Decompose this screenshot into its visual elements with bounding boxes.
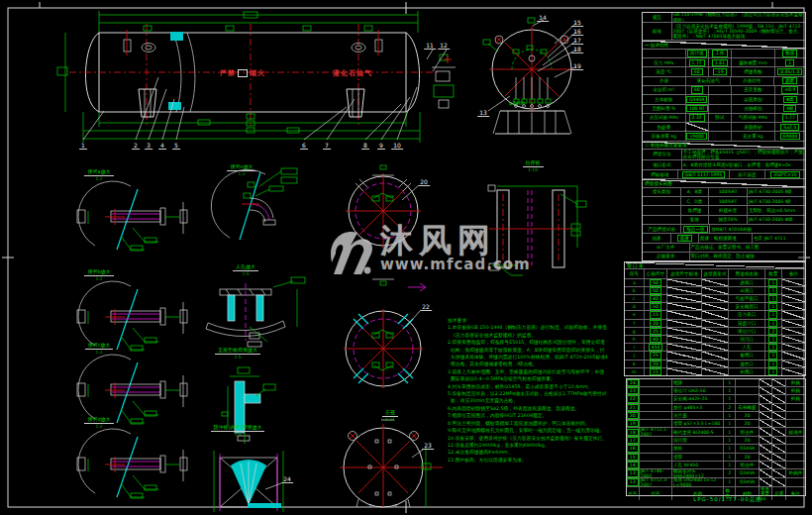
table-cell (639, 445, 671, 452)
table-cell (781, 287, 805, 294)
part-balloon: 6 (300, 142, 308, 150)
table-row: h40排污口1 (625, 335, 805, 343)
table-cell: 69000 (774, 132, 805, 140)
table-cell (701, 320, 729, 327)
drawing-number: LPG-50/1.77-00总图 (654, 496, 802, 503)
table-cell (781, 303, 805, 310)
table-cell: 规范 (643, 13, 671, 22)
table-cell (759, 462, 771, 468)
table-cell (759, 445, 771, 452)
table-row: 压力 MPa1.771.61腐蚀裕量 mm1 (643, 57, 805, 66)
table-row: e15压力表口1 (625, 310, 805, 318)
tank-end-fittings (427, 50, 456, 108)
table-cell: 工作 (708, 50, 731, 57)
table-cell: 1 (764, 320, 782, 327)
table-cell (781, 360, 805, 367)
table-cell: 进液口 (728, 279, 763, 286)
table-cell: 100%PT (708, 197, 747, 205)
table-cell: 1 (723, 412, 735, 419)
table-cell: 标准件 (785, 428, 805, 436)
table-row: 复验抽查20%JB/T 4730-2005 Ⅲ级 (643, 215, 805, 224)
table-row: c40气相平衡口1 (625, 294, 805, 302)
table-cell (785, 445, 805, 452)
table-cell: 管口封闭、鞍座固定、防止碰撞 (689, 253, 805, 260)
table-row: b50出液口1 (625, 286, 805, 294)
table-cell: 1 (774, 58, 805, 66)
table-cell: 2 (723, 469, 735, 477)
table-cell: 1 (764, 360, 782, 367)
table-cell (771, 454, 784, 461)
table-cell: 1 (764, 287, 782, 294)
table-cell: GB 150-1998《钢制压力容器》（固定式压力容器安全技术监察规程） (671, 13, 806, 22)
table-cell: 焊材标准 (643, 170, 677, 178)
table-cell (643, 197, 680, 205)
table-row: g25液位计口2 (625, 327, 805, 335)
technical-notes: 技术要求 1.本设备按GB 150-1998《钢制压力容器》进行制造、试验和验收… (448, 317, 636, 464)
table-cell: 压力 MPa (643, 58, 685, 66)
table-cell (771, 379, 784, 386)
table-cell (759, 428, 771, 436)
table-cell: -19 (708, 67, 731, 75)
table-cell: 1 (764, 352, 782, 359)
table-row: 水压试验 MPa2.22卧试气密试验 MPa1.77 (643, 113, 805, 122)
detail-e (211, 168, 297, 240)
table-cell (771, 428, 784, 436)
table-cell (643, 50, 685, 57)
part-balloon: 9 (377, 142, 385, 150)
part-balloon: 8 (361, 142, 369, 150)
table-cell: 连接尺寸标准 (666, 269, 700, 277)
table-cell (643, 216, 680, 224)
table-cell (666, 328, 700, 335)
table-cell: 烘干温度 (729, 170, 764, 178)
table-cell: 1 (723, 462, 735, 468)
table-cell (701, 295, 729, 302)
detail-manhole (206, 277, 305, 347)
table-cell (643, 206, 680, 214)
table-cell (639, 420, 671, 427)
table-row: C、D类100%PTJB/T 4730-2005 Ⅰ级 (643, 196, 805, 205)
table-cell: d (625, 303, 644, 310)
table-cell: JB/T 4730-2005 Ⅰ级 (747, 197, 805, 205)
part-balloon: 4 (158, 142, 166, 150)
table-cell (708, 95, 731, 103)
table-row: 22安全阀 A42F-251外购 (627, 394, 805, 402)
table-cell (639, 395, 671, 402)
table-cell: 液位计 UHZ-50 (671, 387, 723, 394)
table-cell (759, 379, 771, 386)
table-cell: 易燃 (773, 77, 805, 85)
table-cell: 筒体 DN2400 δ=12 L=9000 (671, 478, 723, 486)
table-cell: 1 (764, 279, 782, 286)
table-cell: 备用口 (728, 352, 763, 359)
table-cell: 气密试验 MPa (731, 114, 774, 122)
technical-characteristics-table: 规范GB 150-1998《钢制压力容器》（固定式压力容器安全技术监察规程）标准… (642, 12, 806, 261)
table-cell: 符号 (625, 269, 644, 277)
table-cell (666, 360, 700, 367)
table-cell: 安全阀 A42F-25 (671, 395, 723, 402)
table-cell: 接管 φ57×3.5 L=160 (671, 420, 723, 427)
part-balloon: 18 (571, 46, 583, 53)
table-cell (701, 303, 729, 310)
table-row: 23液位计 UHZ-501外购 (627, 386, 805, 394)
table-cell (781, 320, 805, 327)
part-balloon: 11 (424, 42, 436, 50)
table-cell: 液位计口 (728, 328, 763, 335)
table-cell: 底漆 (670, 234, 699, 242)
table-cell: 标准 (643, 23, 671, 40)
table-cell: b (625, 287, 644, 294)
table-cell (666, 320, 700, 327)
table-cell (771, 412, 784, 419)
table-cell: 20 (735, 420, 759, 427)
part-balloon: 20 (418, 178, 430, 186)
table-cell: 1.77 (685, 58, 708, 66)
table-row: 标准《压力容器安全技术监察规程》1999版；GB 151、JB/T 4712-2… (643, 22, 805, 40)
table-cell (785, 404, 805, 411)
table-cell: A、B类 (680, 188, 709, 196)
table-cell (781, 344, 805, 351)
table-cell (785, 478, 805, 486)
end-view-dimension: φ2400 (509, 100, 525, 106)
table-cell (701, 368, 729, 375)
table-cell (666, 303, 700, 310)
table-cell (759, 412, 771, 419)
part-balloon: 15 (571, 19, 583, 27)
tank-product-label: 液化石油气 (333, 68, 372, 78)
